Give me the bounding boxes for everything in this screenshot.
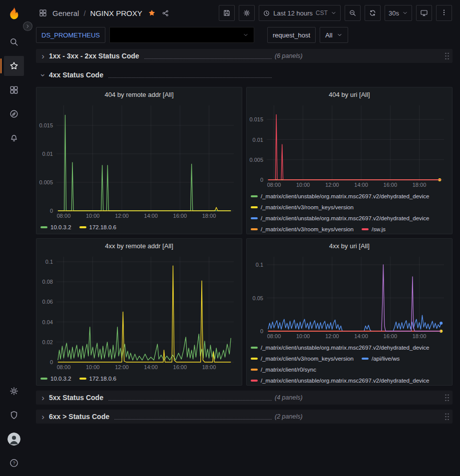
legend-item[interactable]: /_matrix/client/unstable/org.matrix.msc2…: [251, 191, 430, 202]
gear-icon: [9, 386, 19, 396]
dashboard-settings-button[interactable]: [239, 5, 255, 21]
svg-text:0.005: 0.005: [249, 157, 263, 163]
legend-item[interactable]: /api/live/ws: [362, 353, 400, 364]
time-series-plot[interactable]: 08:0010:0012:0014:0016:0018:0000.0050.01…: [247, 101, 452, 190]
sidebar-item-alerting[interactable]: [4, 128, 24, 148]
grafana-logo[interactable]: [6, 5, 22, 21]
sidebar-item-starred[interactable]: [4, 56, 24, 76]
sidebar-item-dashboards[interactable]: [4, 80, 24, 100]
row-6xx-status-code[interactable]: › 6xx > Status Code (2 panels): [36, 410, 453, 424]
svg-text:12:00: 12:00: [325, 333, 339, 339]
legend-item[interactable]: /_matrix/client/unstable/org.matrix.msc2…: [251, 213, 430, 224]
favorite-star-icon[interactable]: [147, 8, 156, 17]
series-name: 10.0.3.2: [50, 222, 71, 233]
panel-title-text: 404 by uri [All]: [329, 91, 370, 98]
svg-text:08:00: 08:00: [57, 364, 71, 370]
chart-svg: 08:0010:0012:0014:0016:0018:0000.020.040…: [36, 253, 242, 372]
dashboard-toolbar: Last 12 hours CST 30s: [219, 5, 452, 21]
datasource-variable-label[interactable]: DS_PROMETHEUS: [36, 27, 105, 43]
svg-text:10:00: 10:00: [86, 213, 100, 219]
legend-item[interactable]: /_matrix/client/v3/room_keys/version: [251, 353, 354, 364]
svg-text:0.01: 0.01: [42, 151, 53, 157]
row-panel-count: (2 panels): [275, 413, 303, 420]
chart-svg: 08:0010:0012:0014:0016:0018:0000.050.1: [247, 253, 452, 341]
clock-icon: [263, 9, 270, 17]
legend-item[interactable]: /sw.js: [362, 224, 386, 234]
series-color-swatch: [251, 228, 258, 230]
series-name: /_matrix/client/v3/room_keys/version: [261, 224, 354, 234]
panel-title[interactable]: 4xx by uri [All]: [247, 239, 452, 253]
breadcrumb-folder[interactable]: General: [52, 9, 79, 17]
svg-text:14:00: 14:00: [144, 364, 158, 370]
svg-text:0.005: 0.005: [39, 179, 53, 185]
sidebar-item-profile[interactable]: [4, 429, 24, 449]
open-menu-button[interactable]: [23, 21, 32, 31]
share-icon[interactable]: [161, 9, 170, 17]
row-4xx-status-code[interactable]: › 4xx Status Code: [36, 68, 453, 82]
sidebar-item-server-admin[interactable]: [4, 405, 24, 425]
series-name: /_matrix/client/unstable/org.matrix.msc2…: [261, 375, 430, 385]
svg-text:0.02: 0.02: [42, 339, 53, 345]
legend-item[interactable]: /_matrix/client/unstable/org.matrix.msc2…: [251, 342, 430, 353]
refresh-button[interactable]: [365, 5, 381, 21]
svg-text:0: 0: [50, 208, 53, 214]
breadcrumb-dashboard-title[interactable]: NGINX PROXY: [90, 9, 142, 17]
time-series-plot[interactable]: 08:0010:0012:0014:0016:0018:0000.050.1: [247, 253, 452, 341]
svg-text:18:00: 18:00: [202, 213, 216, 219]
sidebar-item-configuration[interactable]: [4, 381, 24, 401]
time-series-plot[interactable]: 08:0010:0012:0014:0016:0018:0000.020.040…: [36, 253, 242, 372]
search-icon: [9, 37, 19, 47]
dashboard-canvas: › 1xx - 3xx - 2xx Status Code (6 panels)…: [27, 48, 460, 476]
star-icon: [9, 61, 19, 71]
dashboard-header: General / NGINX PROXY Last 12 hours CST: [27, 0, 460, 26]
legend-item[interactable]: 172.18.0.6: [79, 373, 116, 384]
zoom-out-icon: [349, 9, 357, 17]
save-dashboard-button[interactable]: [219, 5, 235, 21]
svg-text:10:00: 10:00: [296, 333, 310, 339]
svg-text:16:00: 16:00: [384, 182, 398, 188]
gear-icon: [243, 9, 251, 17]
legend-item[interactable]: /_matrix/client/v3/room_keys/version: [251, 224, 354, 234]
svg-text:16:00: 16:00: [173, 213, 187, 219]
legend-item[interactable]: /_matrix/client/unstable/org.matrix.msc2…: [251, 375, 430, 385]
sidebar-item-explore[interactable]: [4, 104, 24, 124]
row-title: 4xx Status Code: [49, 71, 103, 79]
refresh-interval-picker[interactable]: 30s: [385, 5, 412, 21]
sidebar-item-help[interactable]: ?: [4, 453, 24, 473]
monitor-icon: [420, 9, 428, 17]
tv-mode-button[interactable]: [416, 5, 432, 21]
svg-text:?: ?: [12, 461, 15, 466]
chevron-right-icon: ›: [39, 394, 47, 402]
row-5xx-status-code[interactable]: › 5xx Status Code (4 panels): [36, 391, 453, 405]
row-drag-handle[interactable]: [445, 394, 450, 402]
legend-item[interactable]: 172.18.0.6: [79, 222, 116, 233]
refresh-interval-label: 30s: [389, 9, 399, 17]
panel-title[interactable]: 4xx by remote addr [All]: [36, 239, 242, 253]
row-drag-handle[interactable]: [445, 413, 450, 421]
panel-title-text: 404 by remote addr [All]: [104, 91, 173, 98]
chevron-down-icon: [337, 32, 343, 38]
panel-title[interactable]: 404 by uri [All]: [247, 87, 452, 101]
bell-icon: [9, 133, 19, 143]
time-range-picker[interactable]: Last 12 hours CST: [259, 5, 341, 21]
row-panel-count: (6 panels): [275, 52, 303, 59]
chevron-down-icon: ›: [39, 71, 47, 79]
panel-legend: /_matrix/client/unstable/org.matrix.msc2…: [247, 341, 452, 385]
datasource-variable-select[interactable]: [109, 27, 254, 43]
breadcrumb-separator: /: [83, 9, 85, 17]
panel-title[interactable]: 404 by remote addr [All]: [36, 87, 242, 101]
legend-item[interactable]: 10.0.3.2: [40, 222, 71, 233]
legend-item[interactable]: /_matrix/client/r0/sync: [251, 364, 316, 375]
series-name: /_matrix/client/unstable/org.matrix.msc2…: [261, 191, 430, 202]
series-name: /_matrix/client/r0/sync: [261, 364, 316, 375]
row-drag-handle[interactable]: [445, 52, 450, 60]
zoom-out-button[interactable]: [345, 5, 361, 21]
sidebar-item-search[interactable]: [4, 32, 24, 52]
more-options-button[interactable]: [436, 5, 452, 21]
legend-item[interactable]: 10.0.3.2: [40, 373, 71, 384]
legend-item[interactable]: /_matrix/client/v3/room_keys/version: [251, 202, 354, 213]
request-host-variable-select[interactable]: All: [320, 27, 348, 43]
time-series-plot[interactable]: 08:0010:0012:0014:0016:0018:0000.0050.01…: [36, 101, 242, 221]
row-1xx-3xx-2xx-status-code[interactable]: › 1xx - 3xx - 2xx Status Code (6 panels): [36, 49, 453, 63]
series-name: 172.18.0.6: [89, 373, 116, 384]
